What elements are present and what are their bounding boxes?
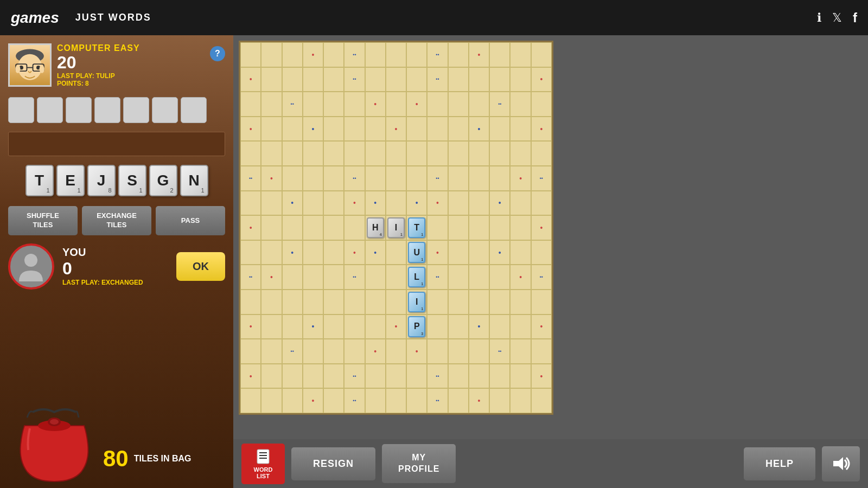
cell-2-3[interactable] <box>303 92 323 117</box>
cell-1-5[interactable]: •• <box>344 67 365 92</box>
cell-3-2[interactable] <box>282 117 303 142</box>
cell-4-2[interactable] <box>282 141 303 166</box>
cell-3-4[interactable] <box>323 117 344 142</box>
player-tile-J[interactable]: J 8 <box>87 165 116 196</box>
cell-8-14[interactable] <box>531 240 552 265</box>
cell-9-9[interactable]: •• <box>427 265 448 290</box>
cell-6-9[interactable]: • <box>427 191 448 216</box>
cell-5-10[interactable] <box>448 166 469 191</box>
cell-5-5[interactable]: •• <box>344 166 365 191</box>
cell-10-10[interactable] <box>448 290 469 314</box>
cell-7-3[interactable] <box>303 215 323 240</box>
cell-0-9[interactable]: •• <box>427 42 448 67</box>
cell-6-4[interactable] <box>323 191 344 216</box>
cell-13-12[interactable] <box>489 364 510 389</box>
cell-6-0[interactable] <box>240 191 261 216</box>
cell-2-5[interactable] <box>344 92 365 117</box>
player-tile-G[interactable]: G 2 <box>149 165 177 196</box>
cell-10-5[interactable] <box>344 290 365 314</box>
cell-1-10[interactable] <box>448 67 469 92</box>
cell-6-1[interactable] <box>261 191 282 216</box>
cell-11-1[interactable] <box>261 314 282 339</box>
cell-12-3[interactable] <box>303 339 323 364</box>
cell-4-6[interactable] <box>365 141 386 166</box>
cell-12-4[interactable] <box>323 339 344 364</box>
cell-13-14[interactable]: • <box>531 364 552 389</box>
shuffle-tiles-button[interactable]: Shuffle Tiles <box>8 206 78 235</box>
cell-4-11[interactable] <box>469 141 489 166</box>
cell-11-12[interactable] <box>489 314 510 339</box>
cell-0-7[interactable] <box>386 42 406 67</box>
cell-2-1[interactable] <box>261 92 282 117</box>
cell-5-8[interactable] <box>406 166 427 191</box>
facebook-icon[interactable]: f <box>853 10 857 25</box>
cell-1-1[interactable] <box>261 67 282 92</box>
cell-9-11[interactable] <box>469 265 489 290</box>
cell-6-12[interactable]: • <box>489 191 510 216</box>
cell-12-2[interactable]: •• <box>282 339 303 364</box>
cell-3-9[interactable] <box>427 117 448 142</box>
cell-14-5[interactable]: •• <box>344 388 365 413</box>
cell-3-3[interactable]: • <box>303 117 323 142</box>
cell-0-14[interactable] <box>531 42 552 67</box>
cell-12-9[interactable] <box>427 339 448 364</box>
cell-11-9[interactable] <box>427 314 448 339</box>
cell-6-5[interactable]: • <box>344 191 365 216</box>
cell-14-14[interactable] <box>531 388 552 413</box>
cell-11-14[interactable]: • <box>531 314 552 339</box>
cell-11-6[interactable] <box>365 314 386 339</box>
cell-3-11[interactable]: • <box>469 117 489 142</box>
resign-button[interactable]: Resign <box>291 447 375 480</box>
cell-10-6[interactable] <box>365 290 386 314</box>
scrabble-board[interactable]: ••••••••••••••••••••••••••••••••••••••••… <box>239 41 553 415</box>
cell-0-3[interactable]: • <box>303 42 323 67</box>
cell-2-12[interactable]: •• <box>489 92 510 117</box>
cell-9-5[interactable]: •• <box>344 265 365 290</box>
cell-12-13[interactable] <box>510 339 531 364</box>
cell-0-5[interactable]: •• <box>344 42 365 67</box>
cell-6-11[interactable] <box>469 191 489 216</box>
cell-0-13[interactable] <box>510 42 531 67</box>
cell-13-13[interactable] <box>510 364 531 389</box>
cell-6-3[interactable] <box>303 191 323 216</box>
cell-3-13[interactable] <box>510 117 531 142</box>
cell-3-7[interactable]: • <box>386 117 406 142</box>
cell-4-4[interactable] <box>323 141 344 166</box>
cell-2-9[interactable] <box>427 92 448 117</box>
cell-14-2[interactable] <box>282 388 303 413</box>
cell-6-13[interactable] <box>510 191 531 216</box>
cell-7-6[interactable]: H4 <box>365 215 386 240</box>
cell-13-11[interactable] <box>469 364 489 389</box>
cell-0-2[interactable] <box>282 42 303 67</box>
cell-13-3[interactable] <box>303 364 323 389</box>
cell-10-2[interactable] <box>282 290 303 314</box>
cell-3-6[interactable] <box>365 117 386 142</box>
cell-3-5[interactable] <box>344 117 365 142</box>
cell-9-6[interactable] <box>365 265 386 290</box>
cell-10-12[interactable] <box>489 290 510 314</box>
cell-4-9[interactable] <box>427 141 448 166</box>
cell-4-14[interactable] <box>531 141 552 166</box>
cell-14-12[interactable] <box>489 388 510 413</box>
cell-1-3[interactable] <box>303 67 323 92</box>
player-tile-T[interactable]: T 1 <box>25 165 54 196</box>
cell-4-3[interactable] <box>303 141 323 166</box>
cell-10-13[interactable] <box>510 290 531 314</box>
cell-6-7[interactable] <box>386 191 406 216</box>
cell-2-14[interactable] <box>531 92 552 117</box>
cell-1-13[interactable] <box>510 67 531 92</box>
cell-8-13[interactable] <box>510 240 531 265</box>
cell-2-8[interactable]: • <box>406 92 427 117</box>
cell-11-4[interactable] <box>323 314 344 339</box>
cell-5-12[interactable] <box>489 166 510 191</box>
cell-11-13[interactable] <box>510 314 531 339</box>
cell-0-1[interactable] <box>261 42 282 67</box>
cell-12-1[interactable] <box>261 339 282 364</box>
cell-0-6[interactable] <box>365 42 386 67</box>
cell-9-13[interactable]: • <box>510 265 531 290</box>
cell-10-9[interactable] <box>427 290 448 314</box>
cell-13-5[interactable]: •• <box>344 364 365 389</box>
cell-7-12[interactable] <box>489 215 510 240</box>
cell-13-1[interactable] <box>261 364 282 389</box>
cell-10-8[interactable]: I1 <box>406 290 427 314</box>
